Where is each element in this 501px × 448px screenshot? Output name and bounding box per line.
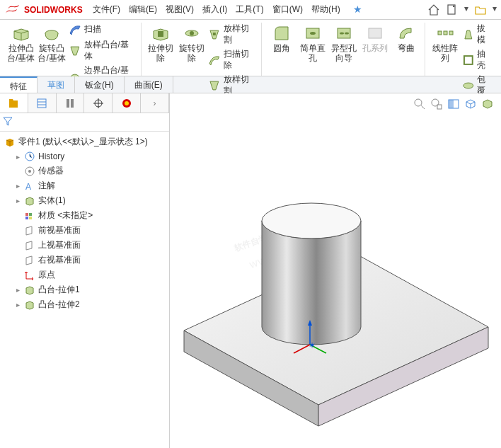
- tree-history[interactable]: ▸History: [1, 149, 168, 163]
- boss-sweep-button[interactable]: 扫描: [67, 23, 138, 37]
- svg-rect-5: [213, 33, 216, 35]
- expand-icon[interactable]: ▸: [14, 301, 21, 309]
- tree-root[interactable]: 零件1 (默认<<默认>_显示状态 1>): [1, 134, 168, 149]
- part-icon: [4, 137, 16, 148]
- svg-rect-11: [369, 28, 381, 38]
- side-tab-appearance[interactable]: [113, 93, 141, 113]
- ribbon-group-pattern: 线性阵列 拔模 抽壳 包覆: [427, 23, 498, 76]
- boss-revolve-icon: [42, 24, 61, 42]
- side-tab-property[interactable]: [28, 93, 57, 113]
- tree-front-plane[interactable]: 前视基准面: [1, 223, 168, 238]
- cut-revolve-button[interactable]: 旋转切除: [176, 23, 207, 65]
- side-tab-dimxpert[interactable]: [84, 93, 113, 113]
- menu-view[interactable]: 视图(V): [166, 4, 194, 16]
- svg-point-26: [125, 101, 129, 105]
- cut-extrude-icon: [151, 24, 170, 42]
- quick-dropdown-2[interactable]: ▾: [493, 4, 497, 16]
- side-tab-more[interactable]: ›: [141, 93, 169, 113]
- svg-point-7: [310, 32, 316, 35]
- tree-material[interactable]: 材质 <未指定>: [1, 208, 168, 223]
- tab-sheetmetal[interactable]: 钣金(H): [75, 76, 125, 93]
- tree-top-plane[interactable]: 上视基准面: [1, 238, 168, 253]
- expand-icon[interactable]: ▸: [14, 183, 21, 190]
- cylinder-top-face[interactable]: [262, 203, 361, 239]
- ribbon-group-cut: 拉伸切除 旋转切除 放样切割 扫描切除 放样切割: [143, 23, 263, 76]
- svg-point-16: [463, 83, 473, 88]
- draft-icon: [462, 28, 475, 41]
- plane-icon: [24, 240, 35, 251]
- tab-sketch[interactable]: 草图: [38, 76, 75, 93]
- expand-icon[interactable]: ▸: [14, 153, 21, 160]
- tree-feature-1[interactable]: ▸凸台-拉伸1: [1, 282, 168, 297]
- menu-help[interactable]: 帮助(H): [311, 4, 340, 16]
- sweep-icon: [69, 23, 81, 36]
- hole-series-button: 孔系列: [359, 23, 391, 55]
- featuretree-icon: [8, 98, 19, 109]
- main-menu: 文件(F) 编辑(E) 视图(V) 插入(I) 工具(T) 窗口(W) 帮助(H…: [93, 4, 362, 16]
- tree-annotations[interactable]: ▸A注解: [1, 178, 168, 193]
- draft-button[interactable]: 拔模: [461, 23, 495, 46]
- menu-tools[interactable]: 工具(T): [236, 4, 263, 16]
- svg-rect-13: [444, 31, 447, 35]
- boss-loft-button[interactable]: 放样凸台/基体: [67, 39, 138, 62]
- side-tab-config[interactable]: [57, 93, 85, 113]
- cut-sweep-button[interactable]: 扫描切除: [207, 48, 258, 71]
- expand-icon[interactable]: ▸: [14, 197, 21, 205]
- home-icon[interactable]: [427, 4, 440, 16]
- tree-feature-2[interactable]: ▸凸台-拉伸2: [1, 297, 168, 312]
- ribbon-group-features: 圆角 简单直孔 异型孔向导 孔系列 弯曲: [263, 23, 425, 76]
- material-icon: [24, 210, 35, 222]
- feature-manager-panel: › 零件1 (默认<<默认>_显示状态 1>) ▸History 传感器 ▸A注…: [0, 93, 170, 448]
- tree-solid-bodies[interactable]: ▸实体(1): [1, 193, 168, 208]
- svg-rect-2: [158, 31, 163, 37]
- svg-rect-34: [29, 217, 32, 219]
- fillet-icon: [272, 24, 291, 42]
- annotation-icon: A: [24, 180, 35, 192]
- hole-wizard-button[interactable]: 异型孔向导: [328, 23, 359, 65]
- svg-point-10: [345, 33, 349, 35]
- tree-sensors[interactable]: 传感器: [1, 163, 168, 178]
- linear-pattern-button[interactable]: 线性阵列: [430, 23, 460, 65]
- history-icon: [24, 151, 35, 162]
- open-icon[interactable]: [474, 4, 487, 16]
- cut-sweep-icon: [208, 54, 221, 67]
- tree-right-plane[interactable]: 右视基准面: [1, 253, 168, 268]
- tree-filter[interactable]: [0, 113, 169, 132]
- cylinder-body[interactable]: [262, 221, 361, 345]
- plane-icon: [24, 225, 35, 236]
- simple-hole-button[interactable]: 简单直孔: [297, 23, 328, 65]
- menu-insert[interactable]: 插入(I): [202, 4, 227, 16]
- expand-icon[interactable]: ▸: [14, 287, 21, 294]
- quick-access-toolbar: ▾ ▾: [427, 4, 497, 16]
- tab-surface[interactable]: 曲面(E): [125, 76, 173, 93]
- plane-icon: [24, 255, 35, 266]
- solidworks-logo-icon: [4, 4, 21, 16]
- origin-icon: [24, 270, 35, 281]
- dimxpert-icon: [93, 98, 104, 109]
- tree-origin[interactable]: 原点: [1, 268, 168, 282]
- solid-icon: [24, 195, 35, 207]
- menu-file[interactable]: 文件(F): [93, 4, 120, 16]
- cut-revolve-icon: [183, 24, 201, 42]
- side-tab-featuretree[interactable]: [0, 93, 28, 113]
- simple-hole-icon: [304, 24, 322, 42]
- menu-window[interactable]: 窗口(W): [272, 4, 303, 16]
- svg-point-29: [28, 170, 31, 173]
- bend-button[interactable]: 弯曲: [391, 23, 422, 55]
- menu-pin-icon[interactable]: ★: [353, 4, 362, 16]
- boss-extrude-button[interactable]: 拉伸凸台/基体: [6, 23, 36, 65]
- new-icon[interactable]: [446, 4, 459, 16]
- shell-button[interactable]: 抽壳: [461, 48, 495, 71]
- shell-icon: [462, 54, 475, 67]
- filter-icon: [3, 116, 13, 126]
- tab-features[interactable]: 特征: [0, 76, 38, 93]
- appearance-icon: [121, 98, 132, 109]
- graphics-viewport[interactable]: 软件自学网 WWW.RJZXW.COM: [170, 93, 501, 448]
- menu-edit[interactable]: 编辑(E): [129, 4, 157, 16]
- svg-rect-33: [25, 217, 28, 219]
- boss-revolve-button[interactable]: 旋转凸台/基体: [36, 23, 67, 65]
- fillet-button[interactable]: 圆角: [266, 23, 297, 55]
- cut-loft-button[interactable]: 放样切割: [207, 23, 258, 46]
- quick-dropdown-1[interactable]: ▾: [464, 4, 468, 16]
- cut-extrude-button[interactable]: 拉伸切除: [146, 23, 176, 65]
